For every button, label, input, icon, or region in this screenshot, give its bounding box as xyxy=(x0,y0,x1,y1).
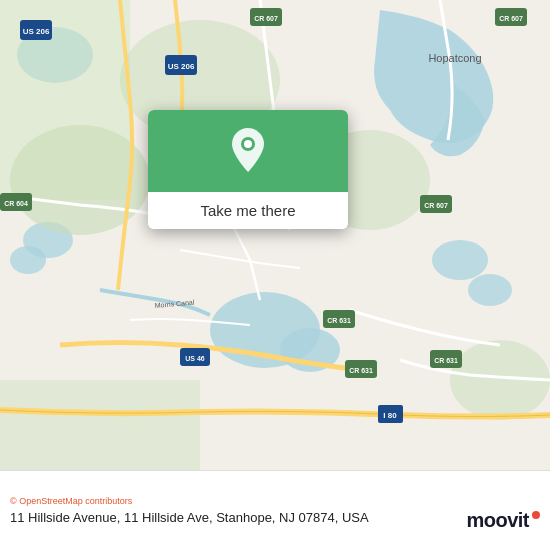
svg-text:US 206: US 206 xyxy=(168,62,195,71)
svg-text:CR 631: CR 631 xyxy=(349,367,373,374)
osm-link[interactable]: © OpenStreetMap contributors xyxy=(10,496,132,506)
moovit-brand-text: moovit xyxy=(466,509,529,532)
moovit-dot xyxy=(532,511,540,519)
moovit-logo: moovit xyxy=(466,509,540,532)
bottom-bar: © OpenStreetMap contributors 11 Hillside… xyxy=(0,470,550,550)
map-container: US 206 US 206 CR 607 CR 607 CR 604 CR 60… xyxy=(0,0,550,470)
svg-text:I 80: I 80 xyxy=(383,411,397,420)
svg-point-39 xyxy=(244,140,252,148)
svg-text:CR 631: CR 631 xyxy=(327,317,351,324)
svg-point-7 xyxy=(468,274,512,306)
osm-credit: © OpenStreetMap contributors xyxy=(10,496,540,506)
take-me-there-button[interactable]: Take me there xyxy=(148,192,348,229)
address-line: 11 Hillside Avenue, 11 Hillside Ave, Sta… xyxy=(10,509,540,527)
svg-text:CR 607: CR 607 xyxy=(499,15,523,22)
svg-text:US 206: US 206 xyxy=(23,27,50,36)
map-pin-icon xyxy=(229,128,267,172)
popup-card: Take me there xyxy=(148,110,348,229)
svg-text:CR 607: CR 607 xyxy=(424,202,448,209)
svg-text:CR 604: CR 604 xyxy=(4,200,28,207)
svg-rect-13 xyxy=(0,380,200,470)
svg-text:CR 631: CR 631 xyxy=(434,357,458,364)
svg-point-6 xyxy=(432,240,488,280)
popup-green-area xyxy=(148,110,348,192)
svg-text:US 46: US 46 xyxy=(185,355,205,362)
svg-text:CR 607: CR 607 xyxy=(254,15,278,22)
svg-text:Hopatcong: Hopatcong xyxy=(428,52,481,64)
svg-point-3 xyxy=(10,246,46,274)
